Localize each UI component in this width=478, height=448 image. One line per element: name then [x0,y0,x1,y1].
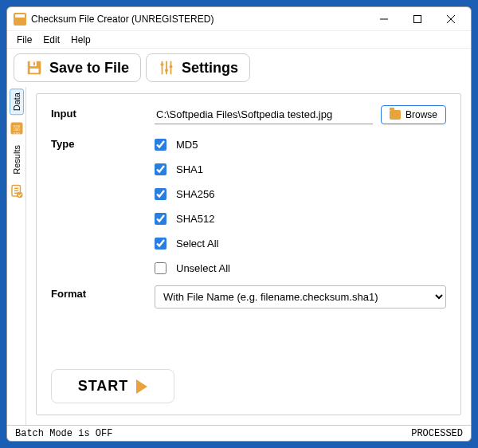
statusbar: Batch Mode is OFF PROCESSED [7,425,471,441]
toolbar: Save to File Settings [7,49,471,87]
play-icon [136,379,147,394]
check-sha1-label: SHA1 [176,163,203,175]
svg-rect-5 [30,61,37,66]
close-icon [447,15,455,23]
status-left: Batch Mode is OFF [15,428,112,439]
window-title: Checksum File Creator (UNREGISTERED) [31,14,367,25]
svg-rect-6 [33,62,35,66]
check-select-all[interactable]: Select All [155,238,446,250]
check-unselect-all-label: Unselect All [176,262,230,274]
minimize-icon [380,15,388,23]
settings-label: Settings [182,60,238,77]
menu-file[interactable]: File [12,33,37,47]
svg-rect-7 [30,69,39,73]
folder-icon [390,110,401,120]
window-controls [367,8,468,30]
close-button[interactable] [434,8,468,30]
type-label: Type [51,136,147,150]
check-sha512-box[interactable] [155,213,167,225]
svg-point-22 [17,192,23,198]
status-right: PROCESSED [411,428,463,439]
minimize-button[interactable] [367,8,401,30]
svg-rect-1 [414,15,421,22]
menu-edit[interactable]: Edit [38,33,65,47]
format-select[interactable]: With File Name (e.g. filename.checksum.s… [155,285,446,308]
maximize-button[interactable] [401,8,434,30]
input-label: Input [51,105,147,120]
check-select-all-box[interactable] [155,238,167,250]
format-label: Format [51,285,147,300]
check-md5-label: MD5 [176,139,198,151]
menu-help[interactable]: Help [66,33,96,47]
svg-text:0101: 0101 [13,132,19,136]
check-sha1[interactable]: SHA1 [155,163,446,175]
settings-button[interactable]: Settings [146,53,250,82]
svg-text:1001: 1001 [13,128,19,132]
check-md5-box[interactable] [155,139,167,151]
row-format: Format With File Name (e.g. filename.che… [51,285,446,308]
row-type: Type MD5 SHA1 SHA256 SHA512 Select All U… [51,136,446,274]
save-to-file-button[interactable]: Save to File [14,53,141,82]
sliders-icon [158,59,175,77]
start-label: START [78,378,129,395]
main: Input Browse Type MD5 SHA1 SHA256 [26,87,471,425]
titlebar: Checksum File Creator (UNREGISTERED) [7,7,471,31]
row-input: Input Browse [51,105,446,124]
svg-rect-12 [165,69,168,72]
check-sha256-box[interactable] [155,188,167,200]
check-sha256[interactable]: SHA256 [155,188,446,200]
check-unselect-all[interactable]: Unselect All [155,262,446,274]
check-sha512[interactable]: SHA512 [155,213,446,225]
form-panel: Input Browse Type MD5 SHA1 SHA256 [36,93,461,415]
checklist-icon [10,184,24,198]
app-icon [14,13,26,26]
tab-data[interactable]: Data [10,88,24,115]
type-checks: MD5 SHA1 SHA256 SHA512 Select All Unsele… [155,136,446,274]
maximize-icon [413,15,421,23]
check-select-all-label: Select All [176,238,218,250]
browse-label: Browse [406,109,437,120]
browse-button[interactable]: Browse [381,105,446,124]
check-unselect-all-box[interactable] [155,262,167,274]
svg-rect-13 [170,65,173,68]
menubar: File Edit Help [7,31,471,49]
check-sha1-box[interactable] [155,163,167,175]
svg-text:0110: 0110 [13,125,19,128]
body: Data 0110 1001 0101 Results Input [7,87,471,425]
save-to-file-label: Save to File [49,60,129,77]
sidebar: Data 0110 1001 0101 Results [7,87,26,425]
check-sha512-label: SHA512 [176,213,214,225]
start-button[interactable]: START [51,369,174,403]
check-md5[interactable]: MD5 [155,139,446,151]
app-window: Checksum File Creator (UNREGISTERED) Fil… [6,6,472,442]
check-sha256-label: SHA256 [176,188,214,200]
save-icon [25,59,43,77]
tab-results[interactable]: Results [10,142,23,178]
binary-icon: 0110 1001 0101 [10,121,24,136]
svg-rect-11 [161,64,164,66]
input-path-field[interactable] [155,105,373,124]
